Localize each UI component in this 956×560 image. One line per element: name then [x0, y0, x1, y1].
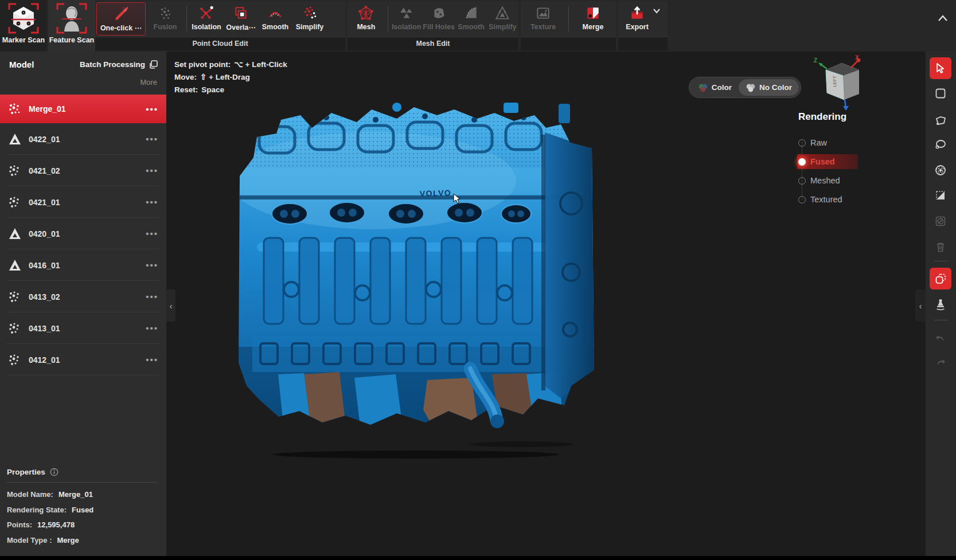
bottom-black-bar [0, 556, 956, 560]
polygon-select-tool[interactable] [930, 109, 951, 131]
property-model-type: Model Type :Merge [7, 533, 157, 549]
pc-isolation-button[interactable]: Isolation [190, 1, 223, 37]
model-item-0413-02[interactable]: 0413_02 ••• [0, 281, 166, 312]
tool-strip-divider [934, 261, 948, 261]
simplify-mesh-icon [494, 5, 510, 21]
mesh-isolation-button[interactable]: Isolation [391, 1, 422, 37]
rendering-option-label: Fused [810, 157, 835, 166]
invert-selection-tool[interactable] [930, 185, 951, 206]
button-label: Overla⋯ [226, 23, 255, 32]
engine-3d-model[interactable]: VOLVO [224, 100, 602, 461]
item-menu-icon[interactable]: ••• [146, 323, 158, 333]
one-click-button[interactable]: One-click ⋯ [96, 2, 146, 36]
isolation-mesh-icon [399, 5, 415, 21]
model-item-merge-01[interactable]: Merge_01 ••• [0, 95, 166, 123]
redo-button[interactable] [930, 351, 951, 373]
delete-tool[interactable] [930, 236, 951, 258]
item-menu-icon[interactable]: ••• [146, 166, 158, 175]
isolation-icon [198, 5, 214, 21]
rectangle-select-tool[interactable] [930, 83, 951, 104]
item-menu-icon[interactable]: ••• [146, 292, 158, 301]
undo-button[interactable] [930, 327, 951, 348]
item-menu-icon[interactable]: ••• [146, 260, 158, 270]
model-item-label: 0413_01 [29, 324, 60, 333]
rendering-option-meshed[interactable]: Meshed [798, 173, 858, 188]
no-color-option[interactable]: No Color [739, 79, 799, 96]
point-cloud-icon [8, 290, 22, 304]
item-menu-icon[interactable]: ••• [146, 134, 158, 144]
mesh-icon [358, 5, 374, 21]
button-label: One-click ⋯ [100, 24, 142, 32]
model-item-label: 0412_01 [29, 355, 60, 365]
gizmo-x-axis-label: X [855, 55, 859, 61]
batch-processing-button[interactable]: Batch Processing [80, 60, 158, 69]
model-item-0421-01[interactable]: 0421_01 ••• [0, 186, 166, 218]
viewport-3d-canvas[interactable]: Set pivot point:⌥ + Left-Click Move:⇧ + … [166, 52, 926, 556]
button-label: Simplify [296, 23, 324, 31]
item-menu-icon[interactable]: ••• [146, 355, 158, 365]
deselect-tool[interactable] [930, 210, 951, 232]
button-label: Isolation [192, 23, 221, 31]
lasso-select-tool[interactable] [930, 134, 951, 155]
color-option[interactable]: Color [691, 79, 739, 96]
mesh-model-icon [8, 227, 22, 241]
no-color-circles-icon [746, 83, 756, 92]
gizmo-face-label: LEFT [832, 76, 837, 87]
model-item-0421-02[interactable]: 0421_02 ••• [0, 155, 166, 186]
rendering-option-label: Meshed [810, 176, 840, 185]
multi-view-tool[interactable] [930, 268, 951, 289]
model-item-label: 0416_01 [29, 261, 60, 270]
radio-icon [798, 139, 806, 147]
mesh-smooth-button[interactable]: Smooth [456, 1, 487, 37]
item-menu-icon[interactable]: ••• [146, 197, 158, 207]
selection-tool-strip [926, 52, 956, 560]
model-item-0412-01[interactable]: 0412_01 ••• [0, 344, 166, 375]
stamp-icon [934, 298, 947, 311]
feature-scan-button[interactable]: Feature Scan [48, 0, 95, 52]
model-item-0420-01[interactable]: 0420_01 ••• [0, 218, 166, 249]
navigation-cube-gizmo[interactable]: LEFT X Z [813, 55, 866, 112]
model-item-0422-01[interactable]: 0422_01 ••• [0, 123, 166, 155]
right-panel-collapse-tab[interactable]: ‹ [915, 289, 926, 322]
pc-smooth-button[interactable]: Smooth [259, 1, 292, 37]
polygon-select-icon [934, 114, 947, 127]
stamp-tool[interactable] [930, 293, 951, 315]
export-button[interactable]: Export [618, 1, 656, 37]
batch-processing-label: Batch Processing [80, 60, 145, 69]
info-icon[interactable] [50, 468, 58, 476]
item-menu-icon[interactable]: ••• [146, 104, 158, 114]
merge-button[interactable]: Merge [572, 1, 614, 37]
properties-panel: Properties Model Name:Merge_01 Rendering… [7, 468, 157, 548]
button-label: Export [626, 23, 649, 31]
rendering-option-fused[interactable]: Fused [797, 154, 858, 169]
gizmo-z-axis-label: Z [814, 57, 817, 64]
point-cloud-icon [8, 322, 22, 335]
color-option-label: Color [712, 83, 732, 92]
model-item-label: 0421_01 [29, 198, 60, 207]
pc-simplify-button[interactable]: Simplify [292, 1, 327, 37]
group-label-point-cloud-edit: Point Cloud Edit [95, 37, 345, 50]
export-group: Export [618, 1, 668, 50]
sidebar-collapse-tab[interactable]: ‹ [166, 289, 175, 322]
fusion-button[interactable]: Fusion [147, 1, 184, 37]
mesh-button[interactable]: Mesh [348, 1, 385, 37]
marker-scan-button[interactable]: Marker Scan [0, 0, 47, 52]
model-item-0416-01[interactable]: 0416_01 ••• [0, 249, 166, 281]
fill-holes-button[interactable]: Fill Holes [422, 1, 455, 37]
toolbar-collapse-chevron-icon[interactable] [938, 15, 948, 22]
rendering-option-textured[interactable]: Textured [798, 192, 858, 207]
export-dropdown-chevron-icon[interactable] [653, 8, 661, 14]
rendering-option-raw[interactable]: Raw [798, 135, 858, 150]
model-item-label: 0421_02 [29, 166, 60, 175]
model-item-label: 0413_02 [29, 292, 60, 301]
model-item-0413-01[interactable]: 0413_01 ••• [0, 312, 166, 344]
item-menu-icon[interactable]: ••• [146, 229, 158, 238]
mesh-simplify-button[interactable]: Simplify [486, 1, 518, 37]
point-cloud-icon [8, 102, 22, 116]
texture-button[interactable]: Texture [521, 1, 565, 37]
property-rendering-state: Rendering State:Fused [7, 503, 157, 518]
select-arrow-tool[interactable] [930, 57, 951, 79]
more-button[interactable]: More [140, 78, 157, 87]
overlap-button[interactable]: Overla⋯ [223, 1, 259, 37]
sphere-select-tool[interactable] [930, 159, 951, 181]
